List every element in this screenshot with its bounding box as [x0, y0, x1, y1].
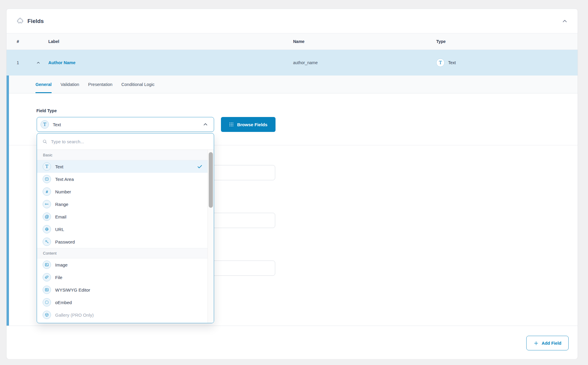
- column-header-type: Type: [436, 39, 446, 44]
- search-input[interactable]: [51, 139, 209, 144]
- column-header-label: Label: [48, 39, 59, 44]
- chevron-up-icon: [36, 61, 41, 65]
- browse-fields-button[interactable]: Browse Fields: [221, 117, 276, 132]
- grid-icon: [229, 122, 234, 127]
- panel-footer: Add Field: [7, 326, 578, 359]
- field-type-badge: T Text: [436, 58, 456, 67]
- password-icon: [43, 238, 51, 246]
- check-icon: [197, 164, 203, 170]
- textarea-icon: T: [43, 175, 51, 183]
- panel-header: Fields: [7, 9, 578, 33]
- add-field-button[interactable]: Add Field: [526, 336, 569, 350]
- field-type-value: Text: [448, 60, 456, 65]
- tab-conditional-logic[interactable]: Conditional Logic: [121, 76, 154, 93]
- chevron-up-icon: [561, 18, 568, 24]
- column-header-number: #: [17, 39, 19, 44]
- dropdown-item-label: Number: [55, 189, 71, 194]
- image-icon: [43, 261, 51, 269]
- browse-fields-label: Browse Fields: [237, 122, 267, 127]
- dropdown-item-label: URL: [55, 227, 64, 232]
- email-icon: @: [43, 212, 51, 221]
- oembed-icon: [43, 298, 51, 307]
- dropdown-item-label: Image: [55, 262, 68, 267]
- dropdown-item-label: Password: [55, 239, 75, 244]
- panel-title: Fields: [27, 18, 44, 24]
- expanded-accent-bar: [7, 76, 9, 326]
- field-type-dropdown: BasicTTextTText Area#NumberRange@EmailUR…: [37, 133, 214, 323]
- dropdown-item-text[interactable]: TText: [37, 160, 208, 173]
- page-background: { "panel": { "title": "Fields" }, "table…: [0, 0, 588, 365]
- section-header-content: Content: [37, 248, 208, 258]
- dropdown-item-file[interactable]: File: [37, 271, 208, 284]
- url-icon: [43, 225, 51, 233]
- dropdown-item-label: Text: [55, 164, 64, 169]
- field-type-selected-value: Text: [53, 122, 61, 127]
- table-row[interactable]: 1 Author Name author_name T Text: [7, 50, 578, 76]
- fields-panel: Fields # Label Name Type 1 Author Name a…: [6, 9, 578, 359]
- field-type-list: BasicTTextTText Area#NumberRange@EmailUR…: [37, 150, 208, 321]
- dropdown-item-gallery-pro-only[interactable]: Gallery (PRO Only): [37, 309, 208, 321]
- chevron-up-icon: [202, 121, 208, 127]
- section-header-basic: Basic: [37, 150, 208, 160]
- field-type-setting-label: Field Type: [36, 108, 57, 113]
- dropdown-item-text-area[interactable]: TText Area: [37, 173, 208, 185]
- dropdown-item-wysiwyg-editor[interactable]: WYSIWYG Editor: [37, 284, 208, 296]
- tab-validation[interactable]: Validation: [61, 76, 79, 93]
- panel-collapse-button[interactable]: [560, 17, 569, 26]
- dropdown-item-label: File: [55, 275, 62, 280]
- tab-general[interactable]: General: [35, 76, 52, 93]
- plus-icon: [533, 341, 539, 346]
- number-icon: #: [43, 187, 51, 196]
- field-name-value: author_name: [293, 60, 318, 65]
- dropdown-item-label: Gallery (PRO Only): [55, 312, 94, 318]
- dropdown-item-image[interactable]: Image: [37, 258, 208, 271]
- dropdown-item-oembed[interactable]: oEmbed: [37, 296, 208, 309]
- row-collapse-toggle[interactable]: [34, 59, 42, 67]
- text-icon: T: [41, 120, 49, 129]
- wysiwyg-icon: [43, 286, 51, 294]
- dropdown-item-label: Email: [55, 214, 66, 219]
- table-header-row: # Label Name Type: [7, 33, 578, 50]
- dropdown-search-row: [37, 133, 214, 150]
- file-icon: [43, 273, 51, 281]
- gallery-icon: [43, 311, 51, 319]
- tab-presentation[interactable]: Presentation: [88, 76, 112, 93]
- dropdown-item-url[interactable]: URL: [37, 223, 208, 235]
- field-label-link[interactable]: Author Name: [48, 60, 75, 65]
- dropdown-item-label: Range: [55, 202, 68, 207]
- column-header-name: Name: [293, 39, 304, 44]
- dropdown-item-label: Text Area: [55, 177, 74, 182]
- settings-tabbar: General Validation Presentation Conditio…: [9, 76, 578, 93]
- row-number: 1: [17, 60, 19, 65]
- text-icon: T: [43, 162, 51, 171]
- dropdown-item-label: WYSIWYG Editor: [55, 287, 90, 292]
- dropdown-item-number[interactable]: #Number: [37, 185, 208, 198]
- dropdown-item-range[interactable]: Range: [37, 198, 208, 210]
- dropdown-item-password[interactable]: Password: [37, 235, 208, 248]
- field-type-select[interactable]: T Text: [37, 117, 214, 132]
- text-icon: T: [436, 58, 445, 67]
- svg-text:T: T: [46, 178, 48, 180]
- add-field-label: Add Field: [541, 341, 561, 346]
- field-type-list-viewport: BasicTTextTText Area#NumberRange@EmailUR…: [37, 150, 214, 323]
- search-icon: [42, 139, 48, 144]
- dropdown-item-label: oEmbed: [55, 300, 72, 305]
- range-icon: [43, 200, 51, 208]
- scrollbar-thumb[interactable]: [209, 152, 213, 208]
- puzzle-icon: [17, 18, 24, 24]
- dropdown-item-email[interactable]: @Email: [37, 210, 208, 223]
